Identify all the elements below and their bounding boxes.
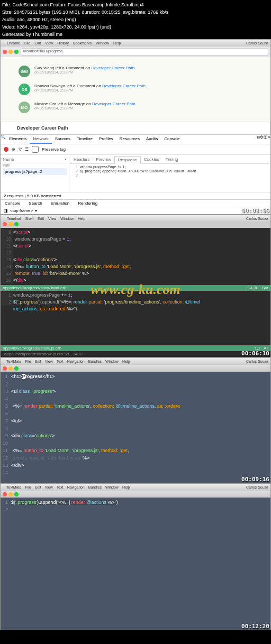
menu-file[interactable]: File xyxy=(25,360,31,363)
menu-bundles[interactable]: Bundles xyxy=(88,360,102,363)
record-icon[interactable] xyxy=(4,147,8,152)
subtab-preview[interactable]: Preview xyxy=(93,156,114,163)
tab-resources[interactable]: Resources xyxy=(116,135,143,144)
minimize-icon[interactable] xyxy=(8,366,13,371)
menu-window[interactable]: Window xyxy=(60,217,74,220)
user-name[interactable]: Carlos Souza xyxy=(246,217,268,220)
menu-shell[interactable]: Shell xyxy=(25,217,33,220)
tab-sources[interactable]: Sources xyxy=(52,135,74,144)
subtab-headers[interactable]: Headers xyxy=(70,156,93,163)
subtab-cookies[interactable]: Cookies xyxy=(141,156,162,163)
clear-icon[interactable]: ⊘ xyxy=(12,147,15,152)
menu-edit[interactable]: Edit xyxy=(35,485,41,489)
minimize-icon[interactable] xyxy=(8,222,13,226)
feed-link[interactable]: Developer Career Path xyxy=(91,66,134,70)
menu-navigation[interactable]: Navigation xyxy=(67,485,85,489)
feed-link[interactable]: Developer Career Path xyxy=(92,102,136,106)
menu-bundles[interactable]: Bundles xyxy=(88,485,102,489)
response-body[interactable]: 1window.progressPage += 1; 2$('.progress… xyxy=(70,164,269,179)
tab-console[interactable]: Console xyxy=(161,135,183,144)
timestamp: 00:03:05 xyxy=(241,207,269,214)
menu-textmate[interactable]: TextMate xyxy=(6,360,21,363)
minimize-icon[interactable] xyxy=(8,50,13,54)
watermark: www.cg-ku.com xyxy=(91,282,180,298)
user-name[interactable]: Carlos Souza xyxy=(246,485,268,489)
filter-icon[interactable]: ▽ xyxy=(19,147,22,152)
devtools-panel: 🔍 Elements Network Sources Timeline Prof… xyxy=(1,134,270,214)
menu-navigation[interactable]: Navigation xyxy=(67,360,85,363)
menu-view[interactable]: View xyxy=(45,485,53,489)
vim-command-line[interactable]: "app/views/progress/show.js.erb" 2L, 148… xyxy=(1,351,270,357)
subtab-response[interactable]: Response xyxy=(114,156,141,164)
menu-history[interactable]: History xyxy=(57,41,69,45)
chevron-down-icon[interactable]: ▾ xyxy=(35,208,37,213)
drawer-rendering[interactable]: Rendering xyxy=(74,200,102,207)
menu-window[interactable]: Window xyxy=(105,360,119,363)
close-icon[interactable] xyxy=(3,222,7,226)
menu-file[interactable]: File xyxy=(24,41,30,45)
close-icon[interactable] xyxy=(3,50,7,54)
feed-link[interactable]: Developer Career Path xyxy=(102,84,146,88)
menu-view[interactable]: View xyxy=(45,41,53,45)
tab-audits[interactable]: Audits xyxy=(143,135,161,144)
menu-help[interactable]: Help xyxy=(122,360,130,363)
user-name[interactable]: Carlos Souza xyxy=(246,360,268,363)
tab-profiles[interactable]: Profiles xyxy=(96,135,116,144)
feed-item: MO Maxine Orn left a Message on Develope… xyxy=(16,99,255,115)
search-icon[interactable]: 🔍 xyxy=(1,135,6,144)
textmate-editor[interactable]: 1$('.progress').append("<%=j render @act… xyxy=(1,498,270,630)
col-name: Name xyxy=(3,157,14,162)
maximize-icon[interactable] xyxy=(14,222,19,226)
subtab-timing[interactable]: Timing xyxy=(162,156,182,163)
close-devtools-icon[interactable]: × xyxy=(268,135,270,144)
close-icon[interactable] xyxy=(3,366,7,371)
maximize-icon[interactable] xyxy=(14,492,19,496)
tab-timeline[interactable]: Timeline xyxy=(74,135,96,144)
feed-item: DS Damian Sowayn left a Comment on Devel… xyxy=(16,81,255,97)
preserve-log-checkbox[interactable] xyxy=(32,146,39,153)
menu-view[interactable]: View xyxy=(48,217,56,220)
frame-select-icon[interactable]: ◨ xyxy=(4,208,8,213)
textmate-editor[interactable]: 1<h1>Progress</h1>23<ul class='progress'… xyxy=(1,372,270,483)
dock-icon[interactable]: ◫ xyxy=(264,135,268,144)
user-name[interactable]: Carlos Souza xyxy=(246,41,268,45)
menu-help[interactable]: Help xyxy=(122,485,130,489)
menu-file[interactable]: File xyxy=(25,485,31,489)
vim-editor-top[interactable]: 9<script>10 window.progressPage = 1;11</… xyxy=(1,228,270,285)
drawer-console[interactable]: Console xyxy=(1,200,24,207)
close-icon[interactable] xyxy=(3,492,7,496)
menu-text[interactable]: Text xyxy=(57,360,64,363)
maximize-icon[interactable] xyxy=(14,366,19,371)
url-bar[interactable]: localhost:3001/progress xyxy=(21,48,268,56)
timestamp: 00:12:20 xyxy=(241,623,269,630)
feed-item: GW Guy Wang left a Comment on Developer … xyxy=(16,63,255,79)
request-row[interactable]: progress.js?page=2 xyxy=(3,168,67,175)
menu-help[interactable]: Help xyxy=(78,217,85,220)
frame-selector[interactable]: <top frame> xyxy=(10,208,33,213)
menu-edit[interactable]: Edit xyxy=(34,41,41,45)
menu-text[interactable]: Text xyxy=(57,485,64,489)
drawer-emulation[interactable]: Emulation xyxy=(47,200,74,207)
maximize-icon[interactable] xyxy=(14,50,19,54)
feed-text: Guy Wang left a Comment on xyxy=(34,66,90,70)
menu-view[interactable]: View xyxy=(45,360,53,363)
page-title[interactable]: Developer Career Path xyxy=(1,122,270,134)
close-panel-icon[interactable]: × xyxy=(64,157,67,162)
minimize-icon[interactable] xyxy=(8,492,13,496)
tab-elements[interactable]: Elements xyxy=(6,135,30,144)
menu-window[interactable]: Window xyxy=(105,485,119,489)
menu-edit[interactable]: Edit xyxy=(38,217,44,220)
menu-chrome[interactable]: Chrome xyxy=(7,41,20,45)
menu-textmate[interactable]: TextMate xyxy=(6,485,21,489)
drawer-search[interactable]: Search xyxy=(24,200,46,207)
menu-bookmarks[interactable]: Bookmarks xyxy=(73,41,92,45)
settings-icon[interactable]: ⚙ xyxy=(260,135,264,144)
tab-network[interactable]: Network xyxy=(30,135,51,144)
menu-terminal[interactable]: Terminal xyxy=(7,217,21,220)
menu-window[interactable]: Window xyxy=(96,41,109,45)
menu-help[interactable]: Help xyxy=(113,41,121,45)
feed-text: Maxine Orn left a Message on xyxy=(34,102,91,106)
file-size: Size: 204575151 bytes (195.10 MiB), dura… xyxy=(2,8,269,16)
menu-edit[interactable]: Edit xyxy=(35,360,41,363)
view-icon[interactable]: ☰ xyxy=(25,147,29,152)
